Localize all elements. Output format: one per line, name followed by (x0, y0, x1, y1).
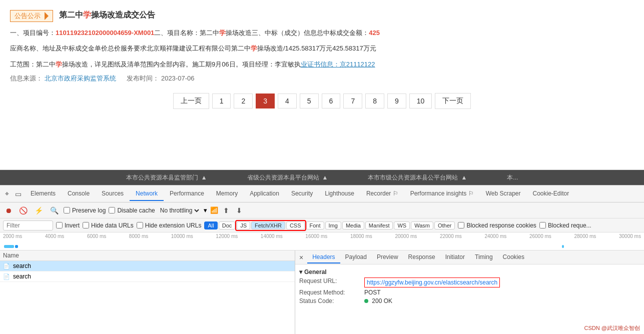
page-button-9[interactable]: 9 (387, 94, 406, 108)
meta-source-link[interactable]: 北京市政府采购监管系统 (45, 74, 116, 82)
hide-data-urls-checkbox[interactable]: Hide data URLs (83, 222, 134, 229)
filter-type-doc[interactable]: Doc (219, 222, 236, 230)
detail-tab-timing[interactable]: Timing (470, 252, 498, 264)
invert-input[interactable] (56, 222, 63, 228)
filter-type-manifest[interactable]: Manifest (365, 222, 393, 230)
network-main-panel: Name 📄 search 📄 search × Headers Payload… (0, 250, 644, 334)
upload-icon-button[interactable]: ⬆ (221, 206, 231, 216)
hide-ext-urls-input[interactable] (137, 222, 143, 228)
filter-type-all[interactable]: All (204, 222, 217, 230)
devtools-device-icon[interactable]: ▭ (12, 188, 25, 200)
request-url-value[interactable]: https://ggzyfw.beijing.gov.cn/elasticsea… (364, 278, 500, 288)
blocked-cookies-input[interactable] (458, 222, 464, 228)
page-button-6[interactable]: 6 (322, 94, 341, 108)
announcement-meta: 信息来源： 北京市政府采购监管系统 发布时间： 2023-07-06 (10, 74, 634, 83)
filter-type-fetch-xhr[interactable]: Fetch/XHR (251, 222, 285, 230)
page-button-1[interactable]: 1 (212, 94, 231, 108)
taskbar-item-3[interactable]: 本市市级公共资源本县公平台网站 ▲ (368, 174, 467, 182)
meta-time-label: 发布时间： (127, 74, 159, 82)
taskbar-item-1[interactable]: 本市公共资源本县监管部门 ▲ (126, 174, 207, 182)
tab-lighthouse[interactable]: Lighthouse (319, 187, 360, 201)
detail-close-button[interactable]: × (295, 252, 307, 264)
hide-ext-urls-checkbox[interactable]: Hide extension URLs (137, 222, 202, 229)
filter-type-other[interactable]: Other (434, 222, 455, 230)
network-row-1[interactable]: 📄 search (0, 261, 295, 272)
detail-tab-initiator[interactable]: Initiator (440, 252, 470, 264)
detail-tab-payload[interactable]: Payload (340, 252, 372, 264)
taskbar-item-4[interactable]: 本... (507, 174, 518, 182)
announcement-body-2: 应商名称、地址及中标成交金单价总价服务要求北京顺祥隆建设工程有限公司第二中学操场… (10, 42, 634, 54)
next-page-button[interactable]: 下一页 (435, 93, 471, 109)
taskbar-label-2: 省级公共资源本县平台网站 (247, 174, 319, 182)
filter-row: Invert Hide data URLs Hide extension URL… (0, 218, 644, 232)
tab-elements[interactable]: Elements (25, 187, 62, 201)
download-icon-button[interactable]: ⬇ (234, 206, 244, 216)
page-button-3[interactable]: 3 (256, 94, 275, 108)
timeline-bar-3 (562, 245, 564, 248)
announcement-body-3: 工范围：第二中学操场改造，详见图纸及清单范围内全部内容。施工期9月06日。项目经… (10, 58, 634, 70)
page-button-8[interactable]: 8 (365, 94, 384, 108)
filter-input[interactable] (3, 220, 53, 230)
filter-type-img[interactable]: Img (325, 222, 341, 230)
tab-application[interactable]: Application (244, 187, 285, 201)
tick-8000: 8000 ms (129, 234, 148, 239)
page-button-7[interactable]: 7 (343, 94, 362, 108)
page-button-4[interactable]: 4 (278, 94, 297, 108)
tab-performance[interactable]: Performance (164, 187, 210, 201)
tab-cookie-editor[interactable]: Cookie-Editor (527, 187, 575, 201)
blocked-requests-input[interactable] (539, 222, 546, 228)
filter-type-media[interactable]: Media (342, 222, 364, 230)
detail-tab-headers[interactable]: Headers (307, 252, 340, 264)
hide-data-urls-input[interactable] (83, 222, 89, 228)
filter-type-ws[interactable]: WS (394, 222, 410, 230)
blocked-cookies-checkbox[interactable]: Blocked response cookies (458, 222, 536, 229)
tick-2000: 2000 ms (3, 234, 22, 239)
tab-recorder[interactable]: Recorder ⚐ (360, 187, 404, 201)
throttle-select[interactable]: No throttling Fast 3G Slow 3G (158, 206, 201, 214)
detail-tab-cookies[interactable]: Cookies (498, 252, 529, 264)
status-code-value: 200 OK (364, 298, 392, 304)
invert-checkbox[interactable]: Invert (56, 222, 80, 229)
page-button-5[interactable]: 5 (300, 94, 319, 108)
page-button-2[interactable]: 2 (234, 94, 253, 108)
detail-tab-response[interactable]: Response (403, 252, 440, 264)
devtools-cursor-icon[interactable]: ⌖ (2, 188, 12, 200)
tab-web-scraper[interactable]: Web Scraper (480, 187, 527, 201)
tab-security[interactable]: Security (285, 187, 319, 201)
filter-type-js[interactable]: JS (237, 222, 250, 230)
prev-page-button[interactable]: 上一页 (173, 93, 209, 109)
search-button[interactable]: 🔍 (48, 206, 61, 216)
blocked-requests-checkbox[interactable]: Blocked reque... (539, 222, 591, 229)
tick-30000: 30000 ms (619, 234, 641, 239)
filter-icon-button[interactable]: ⚡ (33, 206, 45, 216)
tick-10000: 10000 ms (171, 234, 193, 239)
preserve-log-input[interactable] (64, 207, 70, 214)
network-row-2[interactable]: 📄 search (0, 272, 295, 282)
tab-console[interactable]: Console (62, 187, 96, 201)
filter-type-wasm[interactable]: Wasm (411, 222, 433, 230)
disable-cache-input[interactable] (109, 207, 115, 214)
tab-performance-insights[interactable]: Performance insights ⚐ (404, 187, 480, 201)
record-button[interactable]: ⏺ (3, 206, 14, 216)
clear-button[interactable]: 🚫 (17, 206, 30, 216)
devtools-toolbar: ⏺ 🚫 ⚡ 🔍 Preserve log Disable cache No th… (0, 202, 644, 218)
detail-tab-preview[interactable]: Preview (372, 252, 403, 264)
tab-sources[interactable]: Sources (96, 187, 130, 201)
request-method-row: Request Method: POST (299, 289, 640, 296)
disable-cache-label: Disable cache (117, 207, 155, 214)
page-button-10[interactable]: 10 (409, 94, 432, 108)
tab-network[interactable]: Network (130, 187, 164, 201)
timeline-bar-1 (4, 245, 14, 248)
detail-tabs: × Headers Payload Preview Response Initi… (295, 250, 644, 264)
filter-type-font[interactable]: Font (306, 222, 324, 230)
preserve-log-checkbox[interactable]: Preserve log (64, 207, 106, 214)
disable-cache-checkbox[interactable]: Disable cache (109, 207, 155, 214)
tab-memory[interactable]: Memory (210, 187, 244, 201)
hide-ext-urls-label: Hide extension URLs (145, 222, 202, 229)
network-list: Name 📄 search 📄 search (0, 250, 295, 334)
filter-type-css[interactable]: CSS (286, 222, 305, 230)
doc-icon-1: 📄 (3, 263, 10, 270)
tick-6000: 6000 ms (87, 234, 106, 239)
timeline-area: 2000 ms 4000 ms 6000 ms 8000 ms 10000 ms… (0, 232, 644, 250)
taskbar-item-2[interactable]: 省级公共资源本县平台网站 ▲ (247, 174, 328, 182)
